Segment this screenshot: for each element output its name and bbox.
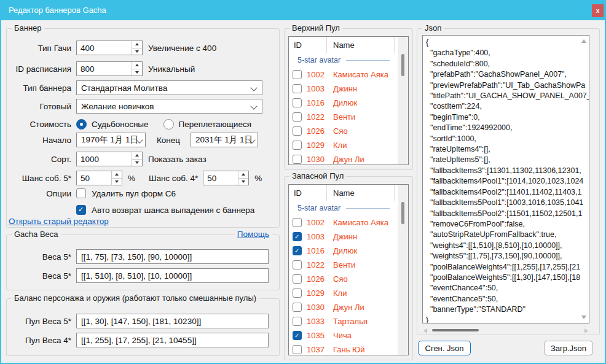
row-checkbox[interactable] <box>293 218 302 227</box>
cost-radio-fate[interactable] <box>76 119 87 130</box>
row-checkbox[interactable] <box>293 232 302 241</box>
upper-pool-rows: 1002 Камисато Аяка 1003 Джинн 1016 Дилюк <box>289 68 408 165</box>
load-json-button[interactable]: Загр.Json <box>544 341 593 355</box>
row-checkbox[interactable] <box>293 331 302 340</box>
item-id: 1003 <box>307 232 333 241</box>
pool-item-row[interactable]: 1026 Сяо <box>289 124 408 138</box>
row-checkbox[interactable] <box>293 317 302 326</box>
gacha-type-value[interactable]: 400 <box>77 41 132 55</box>
item-id: 1022 <box>307 260 333 269</box>
spin-down-button[interactable] <box>238 178 248 185</box>
help-link[interactable]: Помощь <box>235 230 272 239</box>
row-checkbox[interactable] <box>293 155 302 164</box>
row-checkbox[interactable] <box>293 345 302 354</box>
gacha-type-spinner[interactable]: 400 <box>76 41 143 55</box>
row-checkbox[interactable] <box>293 112 302 122</box>
scrollbar-thumb[interactable] <box>401 54 404 76</box>
row-checkbox[interactable] <box>293 84 302 93</box>
scroll-right-icon[interactable] <box>584 328 588 333</box>
pool-item-row[interactable]: 1030 Джун Ли <box>289 300 408 314</box>
old-editor-link[interactable]: Открыть старый редактор <box>9 217 109 226</box>
pool-item-row[interactable]: 1002 Камисато Аяка <box>289 68 408 82</box>
spin-down-button[interactable] <box>132 48 142 55</box>
row-checkbox[interactable] <box>293 260 302 269</box>
chance5-value[interactable]: 50 <box>77 171 111 185</box>
chance4-label: Шанс соб. 4* <box>149 174 198 183</box>
scrollbar-thumb[interactable] <box>401 202 404 224</box>
row-checkbox[interactable] <box>293 246 302 255</box>
pool-item-row[interactable]: 1016 Дилюк <box>289 244 408 258</box>
item-id: 1016 <box>307 98 333 107</box>
generate-json-button[interactable]: Сген. Json <box>418 341 471 355</box>
preset-dropdown[interactable]: Желание новичков <box>76 99 262 114</box>
pool-item-row[interactable]: 1022 Венти <box>289 110 408 124</box>
pool-weights5-input[interactable]: [[1, 30], [147, 150], [181, 10230]] <box>76 314 269 328</box>
pool-item-row[interactable]: 1022 Венти <box>289 258 408 272</box>
end-date-picker[interactable]: 2031年 1月 1日 <box>191 133 258 147</box>
pool-weights4-input[interactable]: [[1, 255], [17, 255], [21, 10455]] <box>76 333 269 347</box>
spin-up-button[interactable] <box>112 171 122 178</box>
schedule-id-spinner[interactable]: 800 <box>76 61 143 76</box>
chance4-value[interactable]: 50 <box>203 171 238 185</box>
pool-item-row[interactable]: 1003 Джинн <box>289 82 408 96</box>
json-textarea[interactable]: { "gachaType":400, "scheduleId":800, "pr… <box>422 35 589 323</box>
sort-value[interactable]: 1000 <box>77 152 132 166</box>
pool-item-row[interactable]: 1016 Дилюк <box>289 96 408 110</box>
scroll-down-icon[interactable] <box>581 316 586 319</box>
item-name: Кли <box>333 288 347 298</box>
pool-item-row[interactable]: 1029 Кли <box>289 286 408 300</box>
preset-label: Готовый <box>12 102 71 111</box>
pool-item-row[interactable]: 1029 Кли <box>289 138 408 152</box>
reserve-pool-list[interactable]: ID Name 5-star avatar 1002 Камисато Аяка <box>288 184 409 355</box>
upper-pool-list[interactable]: ID Name 5-star avatar 1002 Камисато Аяка <box>288 36 409 165</box>
title-bar[interactable]: Редактор баннеров Gacha x <box>0 0 606 20</box>
pool-item-row[interactable]: 1035 Чича <box>289 328 408 343</box>
row-checkbox[interactable] <box>293 303 302 312</box>
row-checkbox[interactable] <box>293 70 302 79</box>
pool-weights5-label: Пул Веса 5* <box>12 317 71 326</box>
row-checkbox[interactable] <box>293 274 302 284</box>
json-content[interactable]: { "gachaType":400, "scheduleId":800, "pr… <box>423 36 589 323</box>
scrollbar-thumb[interactable] <box>432 329 479 331</box>
row-checkbox[interactable] <box>293 288 302 298</box>
gacha-type-hint: Увеличение с 400 <box>148 44 216 53</box>
pool-item-row[interactable]: 1002 Камисато Аяка <box>289 215 408 230</box>
upper-pool-scrollbar[interactable] <box>398 37 408 165</box>
chance5-spinner[interactable]: 50 <box>76 171 122 185</box>
schedule-id-value[interactable]: 800 <box>77 62 132 76</box>
pool-item-row[interactable]: 1037 Гань Юй <box>289 343 408 355</box>
spin-up-button[interactable] <box>132 152 142 159</box>
remove-c6-checkbox[interactable] <box>76 188 86 198</box>
cost-radio-fate-label: Судьбоносные <box>92 120 149 129</box>
row-checkbox[interactable] <box>293 141 302 150</box>
spin-down-button[interactable] <box>132 69 142 76</box>
scroll-left-icon[interactable] <box>423 328 427 333</box>
spin-down-button[interactable] <box>112 178 122 185</box>
spin-up-button[interactable] <box>238 171 248 178</box>
sort-spinner[interactable]: 1000 <box>76 152 143 166</box>
banner-type-dropdown[interactable]: Стандартная Молитва <box>76 80 262 95</box>
json-horizontal-scrollbar[interactable] <box>422 327 589 335</box>
weights5-label: Веса 5* <box>12 252 71 261</box>
pool-item-row[interactable]: 1033 Тарталья <box>289 314 408 328</box>
spin-up-button[interactable] <box>132 41 142 48</box>
row-checkbox[interactable] <box>293 126 302 136</box>
cost-radio-intertwined[interactable] <box>163 119 174 130</box>
weights5-input[interactable]: [[1, 75], [73, 150], [90, 10000]] <box>76 249 269 264</box>
pool-item-row[interactable]: 1026 Сяо <box>289 272 408 286</box>
pool-item-row[interactable]: 1003 Джинн <box>289 230 408 244</box>
scroll-up-icon[interactable] <box>581 39 586 43</box>
chance4-spinner[interactable]: 50 <box>203 171 249 185</box>
auto-return-checkbox[interactable] <box>76 205 86 215</box>
reserve-pool-scrollbar[interactable] <box>398 185 408 355</box>
schedule-id-label: ID расписания <box>12 64 71 74</box>
pool-item-row[interactable]: 1030 Джун Ли <box>289 152 408 165</box>
close-button[interactable]: x <box>592 4 604 17</box>
weights5b-input[interactable]: [[1, 510], [8, 510], [10, 10000]] <box>76 268 269 283</box>
spin-down-button[interactable] <box>132 159 142 166</box>
row-checkbox[interactable] <box>293 98 302 107</box>
begin-date-picker[interactable]: 1970年 1月 1日 <box>76 133 146 147</box>
item-id: 1030 <box>307 155 333 164</box>
auto-return-label: Авто возврат шанса выпадения с баннера <box>92 206 254 215</box>
spin-up-button[interactable] <box>132 62 142 69</box>
